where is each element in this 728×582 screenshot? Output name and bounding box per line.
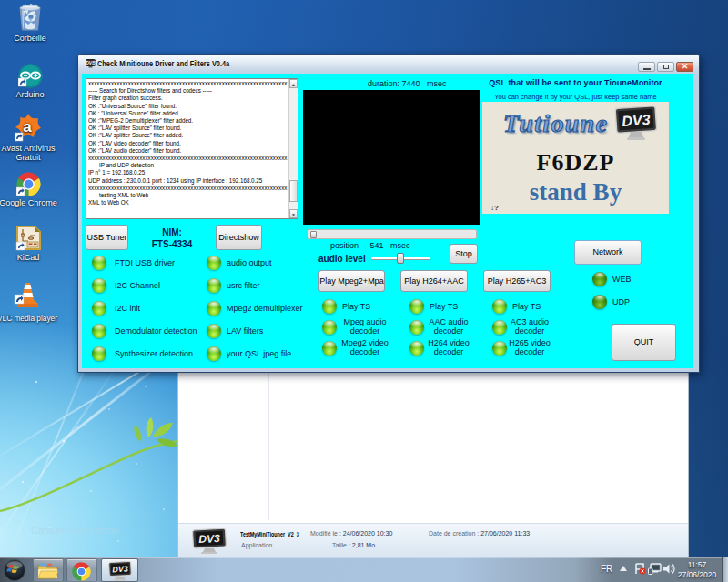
svg-text:DV3: DV3 xyxy=(622,112,651,129)
svg-text:a: a xyxy=(23,118,32,135)
svg-text:DVB: DVB xyxy=(86,60,96,65)
svg-text:DV3: DV3 xyxy=(112,565,128,575)
svg-text:DV3: DV3 xyxy=(198,532,220,546)
